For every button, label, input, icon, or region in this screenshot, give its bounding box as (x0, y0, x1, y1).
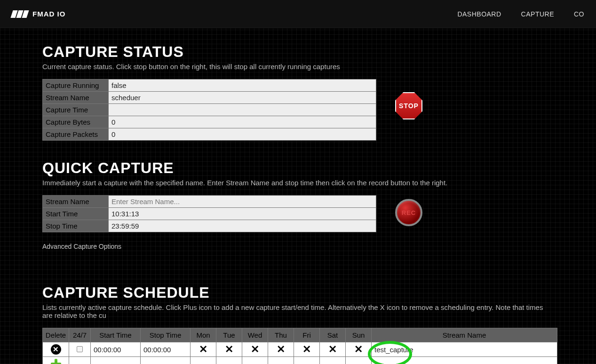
stop-icon-label: STOP (399, 102, 419, 110)
all-day-checkbox[interactable] (77, 346, 83, 352)
quick-label-stream: Stream Name (43, 196, 109, 208)
sched-col-sun: Sun (346, 328, 372, 342)
toggle-thu-icon[interactable]: ✕ (277, 343, 285, 355)
status-subtitle: Current capture status. Click stop butto… (42, 63, 554, 71)
navbar: FMAD IO DASHBOARD CAPTURE CO (0, 0, 596, 28)
sched-col-stop: Stop Time (141, 328, 191, 342)
quick-label-stop: Stop Time (43, 220, 109, 232)
schedule-subtitle: Lists currently active capture schedule.… (42, 303, 554, 319)
status-val-time (109, 104, 376, 116)
record-button[interactable]: REC (395, 199, 422, 226)
sched-col-thu: Thu (268, 328, 294, 342)
schedule-table: Delete 24/7 Start Time Stop Time Mon Tue… (42, 328, 557, 364)
toggle-wed-icon[interactable]: ✕ (251, 343, 259, 355)
schedule-title: CAPTURE SCHEDULE (42, 284, 554, 301)
quick-label-start: Start Time (43, 208, 109, 220)
status-label-bytes: Capture Bytes (43, 116, 109, 128)
quick-stop-time-input[interactable] (111, 222, 373, 230)
sched-col-delete: Delete (43, 328, 69, 342)
status-val-running: false (109, 79, 376, 92)
toggle-fri-icon[interactable]: ✕ (302, 343, 311, 355)
sched-col-247: 24/7 (69, 328, 91, 342)
status-val-stream: scheduer (109, 92, 376, 104)
quick-title: QUICK CAPTURE (42, 159, 554, 177)
quick-start-time-input[interactable] (111, 210, 373, 218)
toggle-sun-icon[interactable]: ✕ (354, 343, 363, 355)
sched-col-fri: Fri (294, 328, 320, 342)
row-stop-time[interactable]: 00:00:00 (141, 342, 191, 357)
advanced-capture-options-link[interactable]: Advanced Capture Options (42, 243, 554, 250)
sched-col-mon: Mon (191, 328, 216, 342)
status-label-time: Capture Time (43, 104, 109, 116)
row-stream-name[interactable]: test_capture (372, 342, 557, 357)
quick-subtitle: Immediately start a capture with the spe… (42, 179, 554, 187)
nav-link-co[interactable]: CO (574, 10, 584, 18)
quick-table: Stream Name Start Time Stop Time (42, 195, 376, 232)
add-row-button[interactable] (51, 359, 61, 364)
nav-link-dashboard[interactable]: DASHBOARD (457, 10, 501, 18)
stop-button[interactable]: STOP (395, 92, 422, 119)
sched-col-stream: Stream Name (372, 328, 557, 342)
status-table: Capture Running false Stream Name schedu… (42, 79, 376, 141)
sched-col-wed: Wed (242, 328, 268, 342)
table-row (43, 357, 557, 364)
brand-logo[interactable]: FMAD IO (12, 10, 65, 18)
sched-col-sat: Sat (320, 328, 346, 342)
logo-icon (12, 10, 28, 18)
brand-text: FMAD IO (32, 10, 65, 18)
nav-link-capture[interactable]: CAPTURE (521, 10, 554, 18)
status-label-running: Capture Running (43, 79, 109, 92)
sched-col-tue: Tue (216, 328, 242, 342)
toggle-tue-icon[interactable]: ✕ (225, 343, 233, 355)
status-val-packets: 0 (109, 128, 376, 141)
status-title: CAPTURE STATUS (42, 43, 554, 61)
sched-col-start: Start Time (91, 328, 141, 342)
rec-icon-label: REC (402, 209, 416, 216)
row-start-time[interactable]: 00:00:00 (91, 342, 141, 357)
quick-stream-name-input[interactable] (111, 198, 373, 206)
delete-row-button[interactable]: ✕ (51, 344, 61, 355)
table-row: ✕ 00:00:00 00:00:00 ✕ ✕ ✕ ✕ ✕ ✕ ✕ test_c… (43, 342, 557, 357)
status-label-packets: Capture Packets (43, 128, 109, 141)
toggle-sat-icon[interactable]: ✕ (328, 343, 337, 355)
status-label-stream: Stream Name (43, 92, 109, 104)
status-val-bytes: 0 (109, 116, 376, 128)
toggle-mon-icon[interactable]: ✕ (199, 343, 207, 355)
